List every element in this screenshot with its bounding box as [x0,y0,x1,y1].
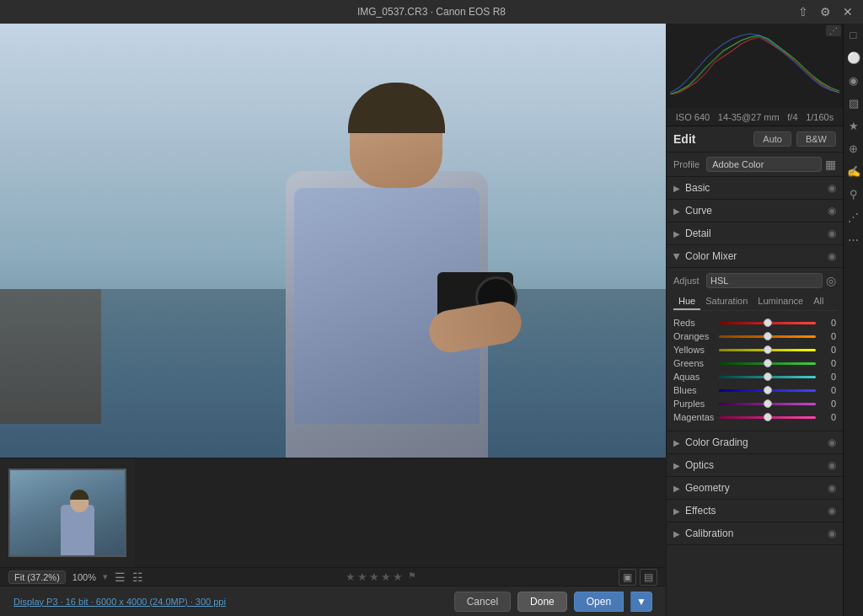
geometry-section-title: ▶ Geometry [673,482,730,494]
slider-purples-track[interactable] [719,403,816,405]
crop-icon[interactable]: □ [849,27,859,43]
grid-icon[interactable]: ⋰ [846,209,860,225]
fit-label[interactable]: Fit (37.2%) [8,570,66,584]
profile-grid-button[interactable]: ▦ [825,158,836,171]
optics-section-title: ▶ Optics [673,459,714,471]
calibration-section-title: ▶ Calibration [673,528,733,539]
slider-aquas-thumb[interactable] [764,372,772,381]
slider-magentas-thumb[interactable] [764,413,772,421]
star-3[interactable]: ★ [369,570,379,583]
filmstrip [135,458,666,567]
histogram-expand-btn[interactable]: ⋰ [826,25,841,36]
color-grading-section-header[interactable]: ▶ Color Grading ◉ [667,431,843,454]
optics-arrow-icon: ▶ [673,461,680,470]
right-panel-wrapper: ⋰ ISO 640 14-35@27 mm f/4 1/160s Edit Au… [666,24,863,616]
more-icon[interactable]: ⋯ [846,232,860,248]
effects-section-header[interactable]: ▶ Effects ◉ [667,500,843,522]
basic-arrow-icon: ▶ [673,184,680,193]
flag-icon[interactable]: ⚑ [408,570,416,583]
color-mixer-tabs: Hue Saturation Luminance All [673,293,836,311]
slider-yellows-thumb[interactable] [764,345,772,354]
calibration-section-header[interactable]: ▶ Calibration ◉ [667,522,843,545]
auto-button[interactable]: Auto [753,131,791,147]
done-button[interactable]: Done [517,592,567,612]
filmstrip-filter-btn[interactable]: ☷ [132,570,143,584]
star-5[interactable]: ★ [393,570,403,583]
basic-section-header[interactable]: ▶ Basic ◉ [667,177,843,200]
slider-yellows-value: 0 [819,345,836,355]
titlebar-title: IMG_0537.CR3 · Canon EOS R8 [357,6,506,18]
open-dropdown-button[interactable]: ▼ [630,592,652,612]
zoom-arrow[interactable]: ▾ [103,571,108,582]
display-info: Display P3 · 16 bit · 6000 x 4000 (24.0M… [13,597,226,607]
adjust-select[interactable]: HSL Color [706,273,823,288]
geometry-eye-icon[interactable]: ◉ [828,482,836,494]
shutter-value: 1/160s [806,112,834,122]
thumbnail-image[interactable] [8,469,126,557]
zoom-in-icon[interactable]: ⊕ [847,141,860,157]
star-2[interactable]: ★ [357,570,367,583]
star-1[interactable]: ★ [346,570,356,583]
effects-eye-icon[interactable]: ◉ [828,505,836,517]
edit-mode-buttons: Auto B&W [753,131,836,147]
hand-icon[interactable]: ✍ [845,163,862,179]
histogram-controls: ⋰ [826,25,841,36]
zoom-value[interactable]: 100% [72,572,96,582]
slider-blues-row: Blues 0 [673,385,836,395]
tab-all[interactable]: All [808,293,828,310]
slider-aquas-track[interactable] [719,376,816,378]
eyedropper-icon[interactable]: ⚲ [848,186,860,202]
main-layout: Fit (37.2%) 100% ▾ ☰ ☷ ★ ★ ★ ★ ★ ⚑ ▣ ▤ D… [0,24,863,616]
right-panel: ⋰ ISO 640 14-35@27 mm f/4 1/160s Edit Au… [666,24,843,616]
cancel-button[interactable]: Cancel [454,592,511,612]
tab-luminance[interactable]: Luminance [753,293,808,310]
slider-yellows-track[interactable] [719,349,816,351]
star-rating: ★ ★ ★ ★ ★ ⚑ [346,570,416,583]
preset-icon[interactable]: ★ [847,118,860,134]
red-eye-icon[interactable]: ◉ [847,72,860,88]
slider-greens-track[interactable] [719,362,816,365]
healing-icon[interactable]: ⚪ [845,50,862,66]
slider-reds-track[interactable] [719,322,816,324]
optics-eye-icon[interactable]: ◉ [828,459,836,471]
detail-eye-icon[interactable]: ◉ [828,228,836,239]
slider-oranges-track[interactable] [719,335,816,338]
mask-icon[interactable]: ▨ [847,95,860,111]
main-image-container[interactable] [0,24,666,458]
bw-button[interactable]: B&W [796,131,836,147]
settings-button[interactable]: ⚙ [817,3,834,20]
export-button[interactable]: ⇧ [795,3,812,20]
adjust-label: Adjust [673,276,703,286]
slider-purples-thumb[interactable] [764,399,772,408]
slider-oranges-thumb[interactable] [764,332,772,340]
bottom-strip [0,458,666,567]
detail-section-header[interactable]: ▶ Detail ◉ [667,222,843,245]
geometry-section-header[interactable]: ▶ Geometry ◉ [667,477,843,500]
filmstrip-list-btn[interactable]: ☰ [115,570,126,584]
curve-eye-icon[interactable]: ◉ [828,205,836,217]
slider-blues-track[interactable] [719,389,816,392]
color-mixer-eye-icon[interactable]: ◉ [828,250,836,262]
close-button[interactable]: ✕ [839,3,856,20]
optics-section-header[interactable]: ▶ Optics ◉ [667,454,843,477]
tab-saturation[interactable]: Saturation [700,293,753,310]
slider-magentas-track[interactable] [719,416,816,419]
single-view-btn[interactable]: ▣ [619,569,636,586]
color-grading-eye-icon[interactable]: ◉ [828,437,836,448]
slider-greens-thumb[interactable] [764,359,772,367]
star-4[interactable]: ★ [381,570,391,583]
slider-reds-value: 0 [819,318,836,328]
open-button[interactable]: Open [574,592,624,612]
calibration-eye-icon[interactable]: ◉ [828,528,836,539]
target-adjust-button[interactable]: ◎ [826,274,836,287]
slider-yellows-row: Yellows 0 [673,345,836,355]
slider-blues-thumb[interactable] [764,386,772,394]
color-mixer-section-header[interactable]: ▶ Color Mixer ◉ [667,245,843,268]
split-view-btn[interactable]: ▤ [640,569,657,586]
color-mixer-section-title: ▶ Color Mixer [673,250,737,262]
profile-select[interactable]: Adobe Color Adobe Landscape Adobe Portra… [706,157,822,172]
curve-section-header[interactable]: ▶ Curve ◉ [667,200,843,222]
tab-hue[interactable]: Hue [673,293,700,310]
basic-eye-icon[interactable]: ◉ [828,182,836,194]
slider-reds-thumb[interactable] [764,319,772,327]
